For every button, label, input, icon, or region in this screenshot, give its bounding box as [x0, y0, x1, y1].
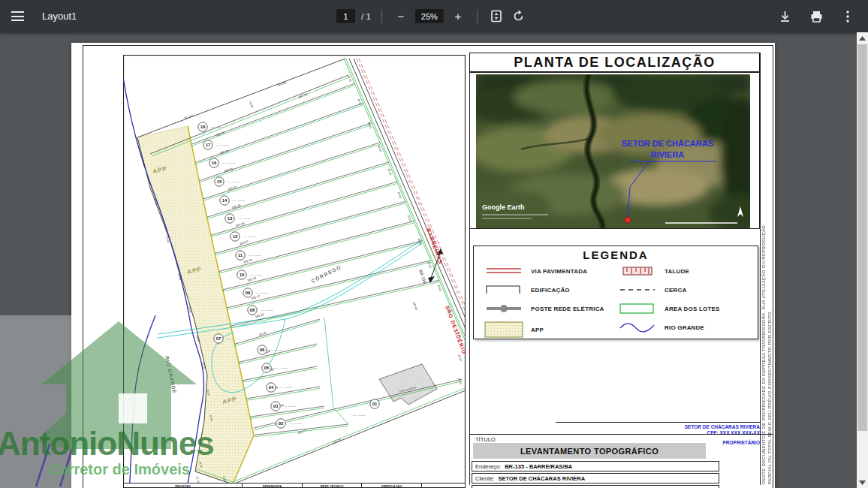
- legend-box: LEGENDA VIA PAVIMENTADA: [473, 246, 758, 339]
- svg-text:Área · Perímetro: Área · Perímetro: [288, 423, 302, 425]
- toolbar-separator: [381, 10, 382, 23]
- scroll-up-icon: [859, 36, 866, 41]
- map-label-line1: SETOR DE CHÁCARAS: [622, 139, 713, 148]
- client-field: Cliente: SETOR DE CHÁCARAS RIVIERA: [472, 473, 719, 483]
- google-earth-credit: Google Earth: [482, 203, 525, 211]
- print-icon: [810, 11, 823, 23]
- svg-text:14: 14: [222, 198, 228, 203]
- svg-text:Área · Perímetro: Área · Perímetro: [249, 274, 263, 276]
- legend-item-cerca: CERCA: [616, 283, 750, 297]
- more-options-button[interactable]: [838, 7, 857, 26]
- pdf-toolbar: Layout1 1 / 1 − 25% +: [0, 0, 868, 32]
- river-symbol: [616, 321, 659, 333]
- page-number-input[interactable]: 1: [336, 9, 355, 23]
- legend-item-edificacao: EDIFICAÇÃO: [483, 283, 616, 297]
- legend-item-talude: TALUDE: [616, 264, 750, 278]
- legend-item-rio-grande: RIO GRANDE: [616, 321, 750, 334]
- pdf-viewer-window: Layout1 1 / 1 − 25% +: [0, 0, 868, 488]
- drawing-title-banner: LEVANTAMENTO TOPOGRÁFICO: [473, 443, 706, 459]
- svg-text:01: 01: [372, 402, 378, 406]
- fit-page-icon: [490, 10, 502, 23]
- app-area-symbol: [483, 321, 525, 338]
- svg-text:08: 08: [250, 308, 255, 312]
- svg-text:Área · Perímetro: Área · Perímetro: [270, 349, 283, 351]
- svg-text:07: 07: [216, 336, 222, 341]
- pdf-canvas-area: 111.74110.35108.90107.61106.26104.95103.…: [0, 32, 868, 488]
- scroll-down-icon: [859, 480, 866, 485]
- download-icon: [779, 11, 791, 23]
- menu-button[interactable]: [0, 0, 35, 32]
- site-plan-drawing: 111.74110.35108.90107.61106.26104.95103.…: [123, 55, 466, 488]
- scroll-up-button[interactable]: [857, 32, 868, 44]
- svg-text:10: 10: [240, 273, 245, 277]
- svg-text:09: 09: [246, 291, 251, 295]
- location-plan-title: PLANTA DE LOCALIZAÇÃO: [514, 55, 715, 71]
- svg-text:Área · Perímetro: Área · Perímetro: [215, 144, 229, 146]
- scrollbar-thumb[interactable]: [857, 44, 867, 431]
- download-button[interactable]: [775, 7, 794, 26]
- map-label-line2: RIVIERA: [651, 150, 685, 159]
- svg-text:Área · Perímetro: Área · Perímetro: [222, 162, 235, 164]
- zoom-level-input[interactable]: 25%: [415, 9, 444, 23]
- svg-text:Área · Perímetro: Área · Perímetro: [352, 414, 366, 417]
- svg-text:05: 05: [264, 366, 270, 370]
- legend-item-area-lotes: ÁREA DOS LOTES: [616, 302, 750, 315]
- svg-text:11: 11: [238, 253, 243, 258]
- zoom-in-button[interactable]: +: [450, 8, 466, 25]
- svg-text:Área · Perímetro: Área · Perímetro: [243, 236, 256, 238]
- rotate-button[interactable]: [511, 8, 527, 25]
- svg-text:Área · Perímetro: Área · Perímetro: [279, 387, 292, 389]
- rotate-icon: [512, 10, 525, 23]
- revision-table: REVISÕES DESENHISTA RESP. TÉCNICO VERIFI…: [123, 483, 466, 488]
- svg-text:Área · Perímetro: Área · Perímetro: [260, 309, 273, 312]
- svg-text:Área · Perímetro: Área · Perímetro: [274, 367, 288, 369]
- svg-text:18: 18: [200, 125, 206, 129]
- svg-text:Área · Perímetro: Área · Perímetro: [232, 200, 246, 202]
- svg-text:13: 13: [228, 216, 233, 221]
- satellite-image-box: SETOR DE CHÁCARAS RIVIERA Google Earth: [469, 72, 760, 229]
- svg-text:Área · Perímetro: Área · Perímetro: [255, 292, 269, 294]
- power-pole-symbol: [483, 303, 525, 314]
- map-pin-icon: [625, 217, 631, 223]
- svg-text:17: 17: [206, 143, 211, 147]
- title-section-label: TÍTULO: [475, 436, 496, 443]
- svg-text:06: 06: [260, 348, 265, 352]
- legend-title: LEGENDA: [474, 249, 758, 261]
- svg-text:12: 12: [233, 234, 238, 239]
- svg-text:16: 16: [212, 161, 217, 165]
- lot-area-symbol: [616, 303, 659, 315]
- legend-item-poste: POSTE REDE ELÉTRICA: [483, 302, 616, 315]
- page-count-label: / 1: [361, 12, 371, 21]
- fence-symbol: [616, 285, 659, 295]
- owner-name: SETOR DE CHÁCARAS RIVIERA: [556, 424, 760, 430]
- svg-text:Área · Perímetro: Área · Perímetro: [248, 255, 261, 257]
- svg-text:Área · Perímetro: Área · Perímetro: [210, 126, 224, 128]
- slope-symbol: [616, 266, 659, 276]
- svg-text:02: 02: [279, 421, 284, 426]
- svg-text:Área · Perímetro: Área · Perímetro: [226, 338, 240, 340]
- owner-cpf: CPF: XXX.XXX.XXX-XX: [556, 430, 760, 436]
- toolbar-separator: [477, 10, 478, 23]
- fit-page-button[interactable]: [488, 8, 505, 25]
- document-title: Layout1: [42, 11, 77, 22]
- svg-text:Área · Perímetro: Área · Perímetro: [227, 181, 240, 183]
- svg-text:15: 15: [217, 179, 222, 184]
- legend-item-app: APP: [483, 321, 616, 339]
- kebab-menu-icon: [846, 11, 849, 23]
- print-button[interactable]: [806, 7, 826, 26]
- svg-text:04: 04: [269, 385, 274, 390]
- location-plan-titlebox: PLANTA DE LOCALIZAÇÃO: [469, 53, 760, 72]
- site-plan-svg: 111.74110.35108.90107.61106.26104.95103.…: [123, 55, 466, 488]
- svg-text:03: 03: [273, 404, 279, 408]
- next-field-partial: [472, 485, 719, 488]
- svg-text:Área · Perímetro: Área · Perímetro: [237, 218, 251, 220]
- vertical-scrollbar[interactable]: [857, 32, 868, 488]
- paved-road-symbol: [483, 266, 525, 276]
- svg-text:Área · Perímetro: Área · Perímetro: [283, 405, 297, 408]
- legend-item-via-pavimentada: VIA PAVIMENTADA: [483, 264, 616, 278]
- scroll-down-button[interactable]: [857, 477, 868, 488]
- pdf-page: 111.74110.35108.90107.61106.26104.95103.…: [71, 43, 775, 488]
- zoom-out-button[interactable]: −: [393, 8, 409, 25]
- building-symbol: [483, 285, 525, 295]
- address-field: Endereço: BR-135 - BARREIRAS/BA: [472, 461, 719, 471]
